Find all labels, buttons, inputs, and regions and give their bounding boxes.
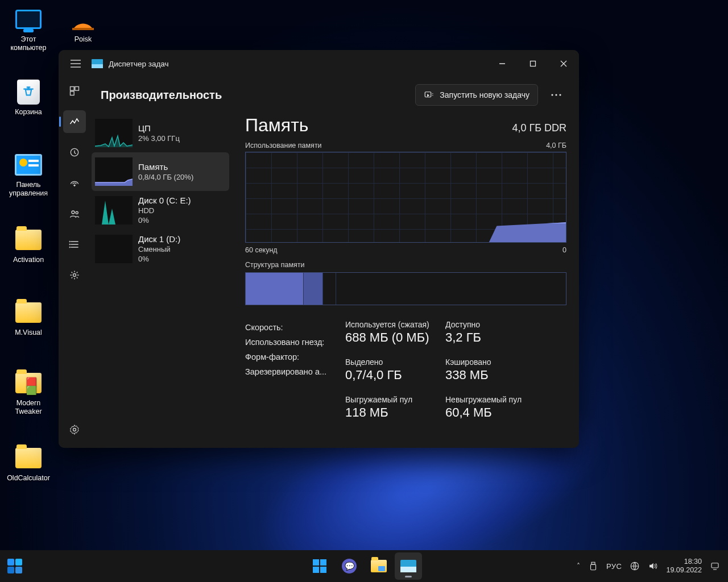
more-options-button[interactable] xyxy=(544,84,569,106)
resource-sub2: 0% xyxy=(138,215,226,225)
fact-form: Форм-фактор: xyxy=(245,350,342,364)
notifications-icon[interactable] xyxy=(710,561,720,571)
svg-rect-25 xyxy=(712,563,718,568)
run-new-task-button[interactable]: Запустить новую задачу xyxy=(415,84,538,106)
svg-point-9 xyxy=(69,241,71,242)
desktop-icon-mvisual[interactable]: M.Visual xyxy=(1,299,56,337)
desktop-icon-poisk[interactable]: Poisk xyxy=(56,6,110,44)
fact-reserved: Зарезервировано а... xyxy=(245,364,342,379)
resource-sub: Сменный xyxy=(138,244,226,254)
network-icon[interactable] xyxy=(630,561,640,571)
start-button[interactable] xyxy=(306,552,333,580)
svg-marker-21 xyxy=(109,209,115,225)
memory-composition-chart[interactable] xyxy=(245,272,566,305)
desktop-icon-tweaker[interactable]: 🟥🟩 Modern Tweaker xyxy=(1,369,56,416)
folder-icon xyxy=(15,299,42,326)
run-task-icon xyxy=(424,90,434,100)
run-new-task-label: Запустить новую задачу xyxy=(440,90,530,99)
nav-startup-apps[interactable] xyxy=(63,172,86,194)
desktop-icon-recycle-bin[interactable]: Корзина xyxy=(1,78,56,117)
disk-thumbnail xyxy=(95,196,133,225)
language-indicator[interactable]: РУС xyxy=(606,562,622,571)
titlebar[interactable]: Диспетчер задач xyxy=(59,50,579,77)
svg-rect-4 xyxy=(71,92,75,95)
chart-xright: 0 xyxy=(562,246,566,254)
composition-seg-modified xyxy=(303,273,322,305)
composition-seg-used xyxy=(246,273,303,305)
chart-xleft: 60 секунд xyxy=(245,246,278,254)
nav-performance[interactable] xyxy=(63,110,86,133)
stat-avail-value: 3,2 ГБ xyxy=(445,330,566,345)
cpu-thumbnail xyxy=(95,119,133,147)
nav-users[interactable] xyxy=(63,202,86,225)
poisk-icon xyxy=(69,6,97,33)
nav-app-history[interactable] xyxy=(63,141,86,164)
svg-point-13 xyxy=(73,429,76,431)
monitor-icon xyxy=(15,6,42,33)
composition-label: Структура памяти xyxy=(245,261,566,269)
svg-marker-20 xyxy=(102,201,109,225)
tray-overflow-button[interactable]: ˄ xyxy=(577,562,580,570)
memory-thumbnail xyxy=(95,157,133,186)
desktop-icon-control-panel[interactable]: Панель управления xyxy=(1,151,56,198)
desktop-icon-activation[interactable]: Activation xyxy=(1,226,56,264)
resource-sub: 2% 3,00 ГГц xyxy=(138,134,226,143)
widgets-icon xyxy=(7,559,22,573)
stat-nonpaged-value: 60,4 МБ xyxy=(445,405,566,420)
composition-seg-free xyxy=(336,273,566,305)
taskbar-task-manager[interactable] xyxy=(395,552,422,580)
taskbar-chat[interactable]: 💬 xyxy=(336,552,363,580)
desktop-icon-oldcalculator[interactable]: OldCalculator xyxy=(1,444,56,483)
chart-usage-label: Использование памяти xyxy=(245,142,322,149)
control-panel-icon xyxy=(15,151,42,178)
stat-commit-label: Выделено xyxy=(345,357,442,367)
hamburger-button[interactable] xyxy=(61,50,90,77)
resource-item-disk1[interactable]: Диск 1 (D:) Сменный 0% xyxy=(92,230,229,268)
memory-stats: Используется (сжатая) 688 МБ (0 МБ) Дост… xyxy=(245,320,566,420)
usb-icon[interactable] xyxy=(588,561,598,571)
svg-rect-2 xyxy=(71,87,75,91)
resource-sub: HDD xyxy=(138,206,226,215)
svg-point-11 xyxy=(69,247,71,248)
memory-facts: Скорость: Использовано гнезд: Форм-факто… xyxy=(245,320,342,420)
memory-usage-chart[interactable] xyxy=(245,152,566,243)
nav-processes[interactable] xyxy=(63,80,86,102)
svg-point-12 xyxy=(73,274,76,277)
nav-details[interactable] xyxy=(63,233,86,256)
taskbar: 💬 ˄ РУС 18:30 19.09.2022 xyxy=(0,550,728,582)
content-area: Производительность Запустить новую задач… xyxy=(90,77,579,448)
pane-title: Память xyxy=(245,115,308,136)
close-button[interactable] xyxy=(548,52,579,75)
task-manager-window: Диспетчер задач Производительность xyxy=(59,50,579,448)
chat-icon: 💬 xyxy=(342,559,357,573)
nav-settings[interactable] xyxy=(63,418,86,441)
stat-cached-label: Кэшировано xyxy=(445,357,566,367)
window-title: Диспетчер задач xyxy=(109,60,169,68)
taskbar-explorer[interactable] xyxy=(365,552,392,580)
resource-item-memory[interactable]: Память 0,8/4,0 ГБ (20%) xyxy=(92,152,229,191)
resource-sub: 0,8/4,0 ГБ (20%) xyxy=(138,172,226,182)
maximize-button[interactable] xyxy=(518,52,548,75)
desktop-icon-label: M.Visual xyxy=(1,329,56,337)
performance-row: ЦП 2% 3,00 ГГц Память 0,8/4,0 ГБ (20%) xyxy=(90,113,579,448)
stat-paged-value: 118 МБ xyxy=(345,405,442,420)
nav-services[interactable] xyxy=(63,264,86,286)
resource-name: Память xyxy=(138,162,226,172)
taskbar-center: 💬 xyxy=(306,552,422,580)
resource-item-cpu[interactable]: ЦП 2% 3,00 ГГц xyxy=(92,114,229,152)
clock[interactable]: 18:30 19.09.2022 xyxy=(666,558,702,575)
desktop-icon-label: OldCalculator xyxy=(1,474,56,483)
widgets-button[interactable] xyxy=(0,559,30,573)
desktop-icon-label: Корзина xyxy=(1,108,56,117)
resource-sub2: 0% xyxy=(138,254,226,264)
pane-capacity: 4,0 ГБ DDR xyxy=(512,122,566,134)
section-header: Производительность Запустить новую задач… xyxy=(90,77,579,113)
stat-nonpaged-label: Невыгружаемый пул xyxy=(445,395,566,404)
volume-icon[interactable] xyxy=(648,561,658,571)
folder-icon xyxy=(15,444,42,472)
minimize-button[interactable] xyxy=(487,52,518,75)
resource-item-disk0[interactable]: Диск 0 (C: E:) HDD 0% xyxy=(92,191,229,230)
stat-avail-label: Доступно xyxy=(445,320,566,329)
desktop-icon-this-pc[interactable]: Этот компьютер xyxy=(1,6,56,52)
svg-point-7 xyxy=(72,211,75,214)
